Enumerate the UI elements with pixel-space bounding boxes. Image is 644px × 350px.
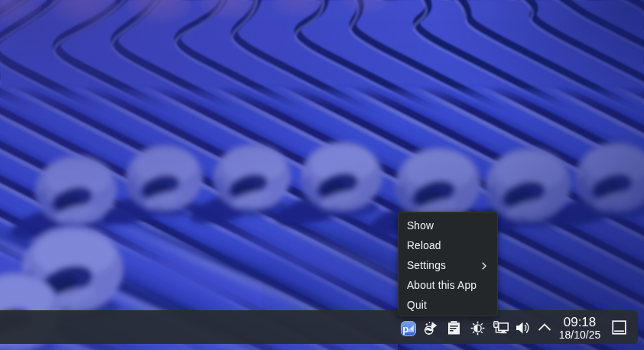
- svg-text:p: p: [402, 323, 408, 335]
